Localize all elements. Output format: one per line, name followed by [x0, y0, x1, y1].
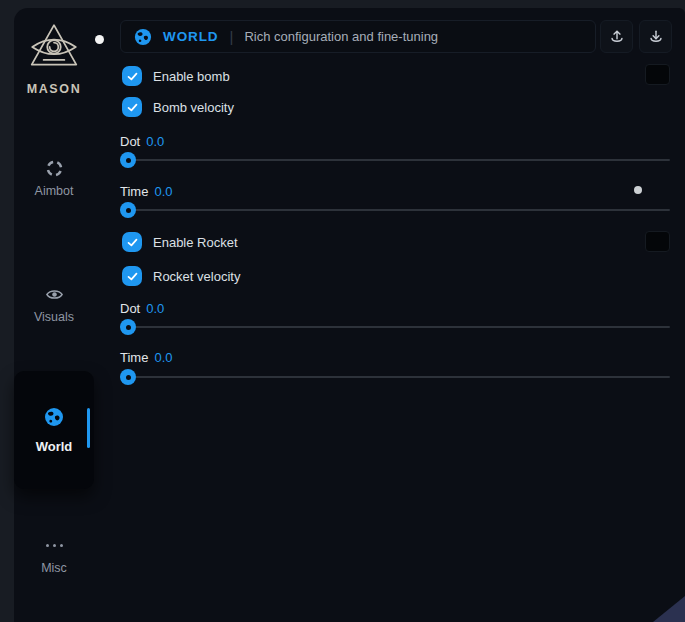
brand-name: MASON: [27, 82, 82, 96]
slider-handle-core: [126, 208, 131, 213]
sidebar-item-label: World: [36, 439, 73, 454]
checkbox-bomb-velocity[interactable]: Bomb velocity: [122, 97, 234, 117]
slider-label-dot: Dot0.0: [120, 134, 164, 149]
eye-icon: [45, 285, 64, 303]
cursor-dot: [634, 186, 642, 194]
slider-handle-core: [126, 325, 131, 330]
slider-name: Dot: [120, 301, 140, 316]
slider-time[interactable]: [120, 369, 670, 385]
slider-label-time: Time0.0: [120, 184, 172, 199]
sidebar-item-world[interactable]: World: [14, 371, 94, 489]
slider-handle-core: [126, 158, 131, 163]
checkbox-label: Bomb velocity: [153, 100, 234, 115]
download-icon: [647, 28, 665, 46]
page-header: WORLD | Rich configuration and fine-tuni…: [120, 20, 596, 53]
checkbox-label: Rocket velocity: [153, 269, 240, 284]
ellipsis-icon: [46, 536, 63, 554]
slider-handle[interactable]: [120, 319, 136, 335]
slider-name: Time: [120, 350, 148, 365]
checkbox-checked-icon[interactable]: [122, 232, 142, 252]
crosshair-icon: [45, 159, 64, 177]
active-indicator-bar: [87, 408, 90, 448]
screen: MASON Aimbot Visuals: [0, 0, 685, 622]
checkbox-label: Enable Rocket: [153, 235, 238, 250]
checkbox-checked-icon[interactable]: [122, 266, 142, 286]
sidebar-item-label: Aimbot: [35, 184, 74, 198]
sidebar-item-aimbot[interactable]: Aimbot: [14, 159, 94, 198]
upload-icon: [608, 28, 626, 46]
slider-track[interactable]: [120, 376, 670, 378]
page-subtitle: Rich configuration and fine-tuning: [244, 29, 438, 44]
slider-value: 0.0: [146, 301, 164, 316]
checkbox-label: Enable bomb: [153, 69, 230, 84]
sidebar-item-misc[interactable]: Misc: [14, 536, 94, 575]
globe-icon: [134, 28, 152, 46]
slider-track[interactable]: [120, 326, 670, 328]
slider-name: Time: [120, 184, 148, 199]
main-panel: WORLD | Rich configuration and fine-tuni…: [120, 8, 670, 622]
upload-config-button[interactable]: [600, 20, 633, 53]
slider-track[interactable]: [120, 209, 670, 211]
brand: MASON: [14, 21, 94, 96]
sidebar-item-world-content: World: [14, 407, 94, 454]
slider-label-time: Time0.0: [120, 350, 172, 365]
checkbox-enable-bomb[interactable]: Enable bomb: [122, 66, 230, 86]
slider-name: Dot: [120, 134, 140, 149]
slider-handle[interactable]: [120, 202, 136, 218]
desktop-corner-sliver: [653, 596, 685, 622]
sidebar-item-label: Visuals: [34, 310, 74, 324]
slider-handle[interactable]: [120, 369, 136, 385]
checkbox-checked-icon[interactable]: [122, 97, 142, 117]
rocket-color-swatch[interactable]: [645, 231, 670, 252]
slider-dot[interactable]: [120, 319, 670, 335]
checkbox-enable-rocket[interactable]: Enable Rocket: [122, 232, 238, 252]
checkbox-checked-icon[interactable]: [122, 66, 142, 86]
slider-handle[interactable]: [120, 152, 136, 168]
sidebar-item-label: Misc: [41, 561, 67, 575]
slider-value: 0.0: [154, 184, 172, 199]
slider-value: 0.0: [146, 134, 164, 149]
slider-handle-core: [126, 375, 131, 380]
globe-icon: [44, 407, 64, 431]
sidebar-item-visuals[interactable]: Visuals: [14, 285, 94, 324]
page-title: WORLD: [163, 29, 219, 44]
bomb-color-swatch[interactable]: [645, 64, 670, 85]
slider-value: 0.0: [154, 350, 172, 365]
slider-time[interactable]: [120, 202, 670, 218]
slider-track[interactable]: [120, 159, 670, 161]
slider-dot[interactable]: [120, 152, 670, 168]
slider-label-dot: Dot0.0: [120, 301, 164, 316]
pyramid-eye-icon: [26, 21, 82, 79]
download-config-button[interactable]: [639, 20, 672, 53]
sidebar: MASON Aimbot Visuals: [14, 8, 94, 622]
app-window: MASON Aimbot Visuals: [14, 8, 685, 622]
header-separator: |: [230, 28, 234, 45]
cursor-dot: [95, 35, 104, 44]
checkbox-rocket-velocity[interactable]: Rocket velocity: [122, 266, 240, 286]
